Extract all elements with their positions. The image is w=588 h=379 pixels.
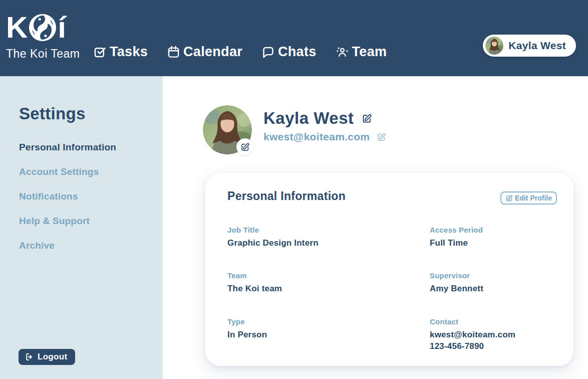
sidebar-item-account-settings[interactable]: Account Settings	[19, 166, 116, 177]
main-content: Kayla West kwest@koiteam.com	[163, 76, 588, 379]
edit-email-button[interactable]	[377, 132, 386, 142]
field-access-period: Access Period Full Time	[430, 226, 557, 248]
field-label: Contact	[430, 317, 557, 326]
field-value: Amy Bennett	[430, 283, 557, 294]
logout-label: Logout	[38, 352, 67, 362]
field-label: Supervisor	[430, 271, 557, 280]
edit-icon	[377, 132, 386, 142]
nav-item-calendar[interactable]: Calendar	[167, 44, 242, 60]
tasks-icon	[93, 45, 107, 59]
nav-label: Tasks	[110, 44, 148, 60]
team-icon	[336, 45, 349, 59]
field-contact: Contact kwest@koiteam.com 123-456-7890	[430, 317, 557, 352]
sidebar-item-archive[interactable]: Archive	[19, 240, 116, 251]
user-pill-name: Kayla West	[508, 40, 566, 52]
field-value: In Person	[227, 329, 430, 340]
field-value-email: kwest@koiteam.com	[430, 329, 557, 340]
sidebar-item-help-support[interactable]: Help & Support	[19, 216, 116, 227]
card-title: Personal Information	[227, 189, 346, 203]
sidebar-title: Settings	[19, 104, 86, 123]
field-value: Graphic Design Intern	[227, 238, 430, 248]
field-label: Access Period	[430, 226, 557, 234]
logo-row: K í	[6, 9, 80, 46]
personal-information-card: Personal Information Edit Profile Job Ti…	[205, 173, 573, 366]
koi-fish-icon	[28, 13, 57, 42]
edit-icon	[505, 195, 513, 202]
nav-label: Calendar	[183, 44, 242, 60]
edit-profile-button[interactable]: Edit Profile	[500, 192, 557, 205]
sidebar-menu: Personal Information Account Settings No…	[19, 142, 116, 265]
user-menu-pill[interactable]: Kayla West	[483, 35, 576, 57]
logo-letter-i: í	[58, 13, 66, 43]
profile-email: kwest@koiteam.com	[263, 131, 370, 143]
logout-icon	[25, 352, 34, 361]
field-value: The Koi team	[227, 283, 430, 294]
top-navbar: K í The Koi Team T	[0, 0, 588, 76]
field-value-phone: 123-456-7890	[430, 341, 557, 351]
nav-item-tasks[interactable]: Tasks	[93, 44, 148, 60]
nav-label: Chats	[278, 44, 317, 60]
profile-header: Kayla West kwest@koiteam.com	[263, 109, 386, 143]
brand-tagline: The Koi Team	[6, 47, 80, 61]
edit-name-button[interactable]	[362, 113, 372, 124]
profile-name: Kayla West	[263, 109, 354, 127]
nav-item-team[interactable]: Team	[336, 44, 387, 60]
edit-profile-label: Edit Profile	[515, 194, 552, 202]
avatar-edit-button[interactable]	[236, 138, 253, 155]
sidebar-item-personal-information[interactable]: Personal Information	[19, 142, 116, 153]
nav-label: Team	[352, 44, 387, 60]
field-label: Job Title	[227, 226, 430, 234]
field-type: Type In Person	[227, 317, 430, 352]
calendar-icon	[167, 45, 180, 59]
profile-email-row: kwest@koiteam.com	[263, 131, 386, 143]
page: K í The Koi Team T	[0, 0, 588, 379]
field-job-title: Job Title Graphic Design Intern	[227, 226, 430, 248]
chats-icon	[261, 45, 275, 59]
main-nav: Tasks Calendar Chats	[93, 44, 387, 60]
user-pill-avatar	[485, 37, 503, 55]
logout-button[interactable]: Logout	[19, 349, 75, 365]
profile-name-row: Kayla West	[263, 109, 386, 127]
settings-sidebar: Settings Personal Information Account Se…	[0, 76, 163, 379]
card-header: Personal Information Edit Profile	[227, 189, 557, 205]
logo-letter-k: K	[6, 13, 28, 43]
field-supervisor: Supervisor Amy Bennett	[430, 271, 557, 294]
field-team: Team The Koi team	[227, 271, 430, 294]
sidebar-item-notifications[interactable]: Notifications	[19, 191, 116, 202]
profile-avatar-wrap	[203, 105, 252, 154]
field-value: Full Time	[430, 238, 557, 248]
field-label: Team	[227, 271, 430, 280]
nav-item-chats[interactable]: Chats	[261, 44, 317, 60]
edit-icon	[362, 113, 372, 124]
edit-icon	[240, 142, 250, 152]
field-label: Type	[227, 317, 430, 326]
brand-logo[interactable]: K í The Koi Team	[6, 9, 80, 61]
fields-grid: Job Title Graphic Design Intern Access P…	[227, 226, 557, 351]
